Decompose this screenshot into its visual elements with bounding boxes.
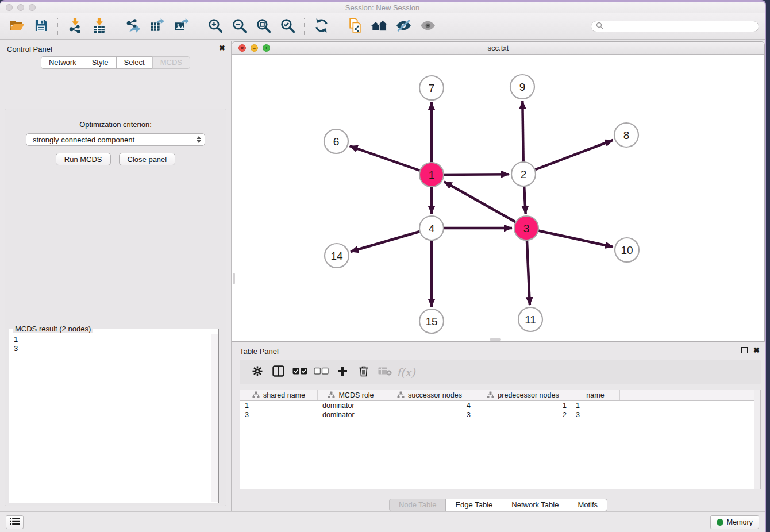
show-column-panel-button[interactable] [268, 363, 289, 382]
tab-network[interactable]: Network [41, 56, 84, 69]
close-panel-icon[interactable] [219, 45, 225, 51]
criterion-dropdown[interactable]: strongly connected component [26, 133, 205, 146]
svg-text:2: 2 [521, 168, 527, 180]
tab-motifs[interactable]: Motifs [568, 499, 607, 511]
column-header-label: successor nodes [408, 391, 462, 399]
gear-icon [252, 365, 263, 379]
open-file-button[interactable] [5, 16, 29, 37]
float-table-panel-icon[interactable] [741, 347, 748, 353]
node-9[interactable]: 9 [510, 75, 534, 99]
mcds-panel: Optimization criterion: strongly connect… [5, 109, 226, 506]
edge-2-8[interactable] [523, 140, 613, 174]
hide-selected-button[interactable] [391, 16, 415, 37]
column-header-successor-nodes[interactable]: successor nodes [384, 390, 475, 400]
column-header-label: name [586, 391, 604, 399]
tab-style[interactable]: Style [84, 56, 117, 69]
app-window: Session: New Session Control Panel Netwo… [0, 0, 766, 532]
search-box[interactable] [591, 21, 759, 32]
eye-icon [419, 18, 437, 34]
export-table-button[interactable] [145, 16, 169, 37]
node-6[interactable]: 6 [324, 129, 348, 153]
unchecked-boxes-icon [314, 367, 329, 377]
edge-3-1[interactable] [444, 182, 526, 228]
column-header-MCDS-role[interactable]: MCDS role [318, 390, 384, 400]
plus-icon [337, 365, 348, 379]
node-14[interactable]: 14 [325, 244, 349, 268]
delete-column-button[interactable] [353, 363, 374, 382]
zoom-selected-button[interactable] [275, 16, 299, 37]
import-network-button[interactable] [63, 16, 87, 37]
search-input[interactable] [606, 22, 754, 30]
memory-button[interactable]: Memory [710, 515, 759, 529]
node-10[interactable]: 10 [615, 238, 639, 262]
table-settings-button[interactable] [247, 363, 268, 382]
app-titlebar: Session: New Session [0, 2, 765, 13]
export-network-button[interactable] [121, 16, 145, 37]
open-file-icon [9, 18, 25, 34]
run-mcds-button[interactable]: Run MCDS [56, 153, 111, 165]
node-3[interactable]: 3 [514, 216, 538, 240]
network-canvas[interactable]: 7968124314101511 [232, 55, 764, 341]
checked-boxes-icon [292, 367, 307, 377]
export-image-button[interactable] [169, 16, 193, 37]
zoom-fit-button[interactable] [251, 16, 275, 37]
close-panel-button[interactable]: Close panel [119, 153, 176, 165]
node-8[interactable]: 8 [614, 123, 638, 147]
svg-text:9: 9 [519, 81, 526, 93]
svg-text:15: 15 [425, 315, 437, 327]
zoom-in-button[interactable] [203, 16, 227, 37]
result-scrollbar[interactable] [211, 334, 218, 502]
close-table-panel-icon[interactable] [753, 347, 760, 353]
tab-node-table[interactable]: Node Table [389, 499, 446, 511]
float-panel-icon[interactable] [207, 45, 213, 51]
column-header-label: predecessor nodes [498, 391, 559, 399]
new-network-from-selection-button[interactable] [343, 16, 367, 37]
save-session-icon [34, 19, 48, 34]
mcds-result-list[interactable]: 13 [9, 333, 218, 503]
node-4[interactable]: 4 [419, 216, 444, 240]
zoom-out-button[interactable] [227, 16, 251, 37]
optimization-criterion-label: Optimization criterion: [5, 120, 226, 129]
column-header-shared-name[interactable]: shared name [240, 390, 318, 400]
edge-1-6[interactable] [350, 146, 432, 175]
refresh-layout-button[interactable] [309, 16, 333, 37]
table-row[interactable]: 1dominator411 [240, 401, 760, 410]
node-7[interactable]: 7 [419, 76, 444, 100]
dropdown-arrows-icon [197, 136, 201, 143]
select-all-rows-button[interactable] [289, 363, 310, 382]
import-table-button[interactable] [87, 16, 111, 37]
tree-icon [487, 391, 494, 400]
tab-edge-table[interactable]: Edge Table [445, 499, 502, 511]
table-body: 1dominator4113dominator323 [240, 401, 760, 419]
network-graph[interactable]: 7968124314101511 [232, 55, 764, 341]
ui-customization-button[interactable] [6, 515, 24, 529]
table-row[interactable]: 3dominator323 [240, 410, 760, 419]
node-11[interactable]: 11 [518, 307, 542, 331]
memory-status-icon [717, 519, 723, 526]
edge-3-10[interactable] [526, 228, 613, 247]
table-cell: 1 [475, 401, 571, 410]
deselect-all-rows-button[interactable] [310, 363, 332, 382]
network-view-window: scc.txt 7968124314101511 [232, 41, 765, 342]
create-column-button[interactable] [332, 363, 353, 382]
show-all-button[interactable] [415, 16, 440, 37]
first-neighbors-button[interactable] [367, 16, 391, 37]
node-15[interactable]: 15 [419, 309, 444, 333]
node-2[interactable]: 2 [511, 162, 536, 186]
table-scrollbar[interactable] [754, 390, 760, 489]
table-cell: dominator [318, 410, 384, 419]
tab-mcds[interactable]: MCDS [152, 56, 190, 69]
node-1[interactable]: 1 [419, 163, 444, 187]
table-panel-tabs: Node TableEdge TableNetwork TableMotifs [232, 499, 765, 511]
vertical-scroll-grip[interactable] [233, 273, 235, 284]
toolbar-separator [304, 18, 305, 35]
svg-text:1: 1 [429, 169, 435, 181]
tab-network-table[interactable]: Network Table [502, 499, 568, 511]
save-session-button[interactable] [29, 16, 53, 37]
horizontal-scroll-grip[interactable] [490, 338, 501, 341]
column-header-label: MCDS role [338, 391, 374, 399]
column-header-name[interactable]: name [571, 390, 620, 400]
control-panel-tabs: NetworkStyleSelectMCDS [0, 56, 231, 69]
column-header-predecessor-nodes[interactable]: predecessor nodes [475, 390, 571, 400]
tab-select[interactable]: Select [116, 56, 153, 69]
